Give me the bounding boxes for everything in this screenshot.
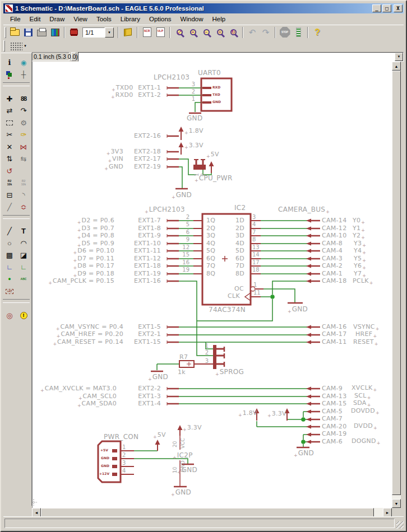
toolbar-grip[interactable] — [4, 27, 6, 38]
redo-icon: ↷ — [262, 28, 270, 36]
zoom-out-button[interactable]: − — [200, 26, 213, 39]
scroll-right-button[interactable]: ► — [383, 508, 392, 517]
open-button[interactable] — [8, 26, 21, 39]
tool-display-button[interactable] — [3, 69, 16, 81]
menu-item-library[interactable]: Library — [116, 15, 145, 24]
tool-show-button[interactable]: ◉ — [17, 57, 30, 68]
toolbar-grip[interactable] — [3, 40, 5, 52]
zoom-fit-icon: ⤢ — [177, 29, 183, 35]
tool-add-button[interactable]: ⋈ — [17, 141, 30, 153]
tool-junction-button[interactable]: ● — [3, 273, 16, 285]
bar-handle[interactable] — [71, 52, 76, 61]
menu-item-help[interactable]: Help — [207, 15, 230, 24]
tool-bus-button[interactable]: ∟ — [3, 262, 16, 273]
tool-mirror-button[interactable]: ⇄ — [3, 105, 16, 116]
grid-icon[interactable] — [10, 42, 22, 50]
tool-invoke-button[interactable]: ≎ — [17, 201, 30, 213]
tool-delete-button[interactable]: ✕ — [3, 141, 16, 153]
switch-to-board-button[interactable] — [67, 26, 81, 39]
sheet-combo[interactable]: 1/1 — [82, 27, 105, 38]
menu-item-view[interactable]: View — [69, 15, 92, 24]
zoom-out-icon: − — [203, 29, 210, 35]
menu-item-file[interactable]: File — [6, 15, 25, 24]
tool-erc-button[interactable]: ◎ — [3, 310, 16, 321]
stop-icon: STOP — [280, 27, 290, 38]
tool-rotate-button[interactable]: ↷ — [17, 105, 30, 116]
scroll-left-button[interactable]: ◄ — [32, 508, 41, 517]
scroll-up-button[interactable]: ▲ — [392, 62, 401, 71]
floppy-icon — [24, 29, 33, 36]
tool-label-button[interactable]: ABC — [17, 273, 30, 285]
tool-polygon-button[interactable]: ◪ — [17, 249, 30, 261]
tool-mark-button[interactable]: ┼ — [17, 69, 30, 81]
maximize-button[interactable]: □ — [382, 4, 391, 12]
progress-button[interactable] — [292, 26, 305, 39]
help-button[interactable]: ? — [311, 26, 324, 39]
redo-button[interactable]: ↷ — [259, 26, 272, 39]
zoom-fit-button[interactable]: ⤢ — [173, 26, 186, 39]
tool-miter-button[interactable]: ◝ — [17, 189, 30, 201]
cam-processor-button[interactable] — [48, 26, 62, 39]
command-combo: ▼ — [78, 52, 404, 62]
close-button[interactable]: X — [394, 4, 403, 12]
status-bar — [3, 516, 404, 529]
tool-group-button[interactable] — [3, 117, 16, 129]
zoom-redraw-button[interactable]: ↻ — [226, 26, 240, 39]
stop-button[interactable]: STOP — [278, 26, 292, 39]
tool-change-button[interactable]: ⚙ — [17, 117, 30, 129]
minimize-button[interactable]: _ — [372, 4, 381, 12]
tool-errors-button[interactable]: ! — [17, 310, 30, 321]
menu-item-draw[interactable]: Draw — [45, 15, 69, 24]
h-scrollbar-thumb[interactable] — [41, 508, 374, 517]
net-wires[interactable] — [134, 88, 310, 464]
tool-split-button[interactable]: ╱ — [3, 201, 16, 213]
tool-rect-button[interactable]: ▩ — [3, 249, 16, 261]
palette-gap — [17, 165, 31, 178]
palette-separator — [3, 299, 30, 303]
schematic-canvas[interactable] — [32, 62, 392, 508]
tool-move-button[interactable]: ✚ — [3, 93, 16, 105]
tool-circle-button[interactable]: ○ — [3, 237, 16, 249]
tool-smash-button[interactable]: ⊟ — [3, 189, 16, 201]
library-button[interactable] — [121, 26, 135, 39]
tool-net-button[interactable]: ∟ — [17, 262, 30, 273]
save-button[interactable] — [21, 26, 35, 39]
tool-gateswap-button[interactable]: ⇆ — [17, 153, 30, 165]
tool-paste-button[interactable]: ✑ — [17, 129, 30, 141]
command-dropdown-arrow[interactable]: ▼ — [395, 53, 403, 61]
tool-name-button[interactable]: R2 10k — [3, 177, 16, 189]
tool-value-button[interactable]: R2 10k — [17, 177, 30, 189]
zoom-redraw-icon: ↻ — [230, 29, 237, 35]
display-icon — [6, 71, 13, 78]
tool-arc-button[interactable]: ◠ — [17, 237, 30, 249]
zoom-select-button[interactable]: = — [213, 26, 226, 39]
print-button[interactable] — [35, 26, 48, 39]
command-input[interactable] — [78, 53, 395, 61]
tool-pinswap-button[interactable]: ⇅ — [3, 153, 16, 165]
tool-text-button[interactable]: T — [17, 225, 30, 237]
part-symbols[interactable] — [98, 78, 320, 487]
run-ulp-button[interactable]: ULP — [154, 26, 167, 39]
tool-wire-button[interactable]: ╱ — [3, 225, 16, 237]
undo-button[interactable]: ↶ — [246, 26, 259, 39]
scroll-down-button[interactable]: ▼ — [392, 499, 401, 508]
menu-item-edit[interactable]: Edit — [25, 15, 45, 24]
command-palette: i◉┼✚88⇄↷⚙✂✑✕⋈⇅⇆↺R2 10kR2 10k⊟◝╱≎╱T○◠▩◪∟∟… — [1, 53, 32, 506]
v-scrollbar-thumb[interactable] — [392, 71, 401, 495]
grid-dropdown-arrow[interactable]: ▼ — [24, 44, 27, 48]
menu-item-options[interactable]: Options — [145, 15, 176, 24]
sheet-dropdown-arrow[interactable]: ▼ — [105, 27, 114, 38]
tool-replace-button[interactable]: ↺ — [3, 165, 16, 177]
zoom-in-button[interactable]: + — [186, 26, 200, 39]
app-icon — [5, 4, 13, 12]
tool-attribute-button[interactable]: >AT — [3, 286, 16, 297]
tool-copy-button[interactable]: 88 — [17, 93, 30, 105]
menu-item-window[interactable]: Window — [176, 15, 208, 24]
window-title: 1 Schematic - D:\MasterBoard.sch - EAGLE… — [15, 5, 371, 12]
menu-item-tools[interactable]: Tools — [92, 15, 116, 24]
resize-grip[interactable] — [396, 521, 404, 529]
tool-cut-button[interactable]: ✂ — [3, 129, 16, 141]
tool-info-button[interactable]: i — [3, 57, 16, 68]
toolbar-separator — [275, 27, 276, 38]
run-script-button[interactable]: SCR — [140, 26, 154, 39]
